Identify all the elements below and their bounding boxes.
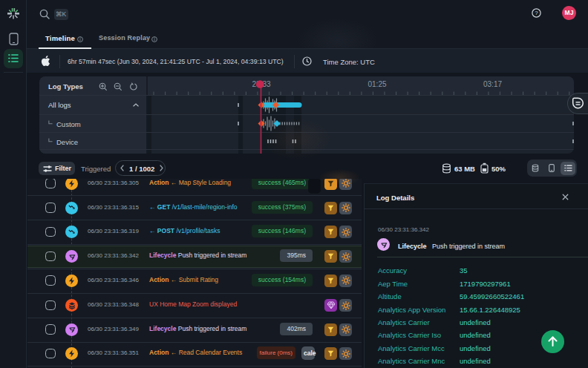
svg-text:03:17: 03:17 xyxy=(483,80,502,88)
svg-text:01:25: 01:25 xyxy=(368,80,386,88)
svg-text:?: ? xyxy=(535,10,538,16)
